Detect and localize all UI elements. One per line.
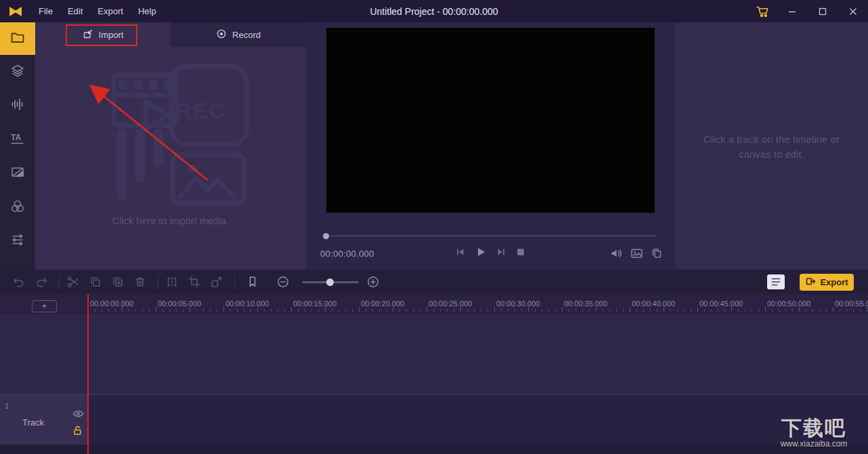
redo-icon[interactable] — [34, 274, 49, 289]
toolbar-separator — [234, 275, 235, 289]
export-button[interactable]: Export — [800, 274, 854, 291]
video-canvas — [326, 28, 655, 213]
timeline: + 00:00:00.000 00:00:05.000 00:00:10.000… — [0, 294, 868, 454]
inspector-panel: Click a track on the timeline or canvas … — [675, 22, 868, 270]
menu-bar: File Edit Export Help — [31, 6, 164, 16]
timeline-ruler[interactable]: + 00:00:00.000 00:00:05.000 00:00:10.000… — [0, 294, 868, 314]
app-window: File Edit Export Help Untitled Project -… — [0, 0, 868, 454]
undo-icon[interactable] — [12, 274, 26, 289]
stop-button[interactable] — [515, 247, 526, 257]
tab-record[interactable]: Record — [171, 22, 306, 47]
visibility-eye-icon[interactable] — [72, 409, 84, 421]
sidebar-item-media[interactable] — [0, 22, 35, 55]
maximize-button[interactable] — [807, 0, 838, 22]
play-button[interactable] — [475, 246, 487, 258]
sidebar-item-layers[interactable] — [0, 55, 35, 89]
timeline-bottom-gap — [0, 445, 868, 454]
sidebar-item-filters[interactable] — [0, 190, 35, 224]
annotation-import-highlight — [66, 24, 137, 46]
close-button[interactable] — [838, 0, 868, 22]
copy-icon[interactable] — [651, 247, 663, 260]
next-frame-button[interactable] — [496, 247, 506, 257]
zoom-out-icon[interactable] — [276, 274, 290, 289]
elements-icon — [10, 233, 25, 249]
shortcut-list-button[interactable] — [767, 274, 785, 289]
current-time: 00:00:00.000 — [320, 249, 374, 259]
import-placeholder-graphic[interactable]: REC — [91, 63, 251, 213]
watermark-url: www.xiazaiba.com — [766, 439, 861, 449]
add-track-button[interactable]: + — [32, 300, 57, 312]
record-icon — [216, 28, 227, 41]
resize-icon[interactable] — [209, 274, 224, 289]
media-panel: Import Record REC — [35, 22, 306, 270]
zoom-slider[interactable] — [302, 277, 359, 287]
crop-icon[interactable] — [187, 274, 202, 289]
seek-bar[interactable] — [324, 233, 655, 239]
app-logo-icon — [0, 6, 31, 17]
scissors-icon[interactable] — [66, 274, 81, 289]
text-icon: TA — [9, 131, 26, 148]
marker-icon[interactable] — [245, 274, 260, 289]
import-placeholder-caption: Click here to import media. — [35, 215, 306, 226]
duplicate-icon[interactable] — [110, 274, 125, 289]
unlock-icon[interactable] — [72, 425, 83, 438]
cart-icon[interactable] — [750, 5, 777, 18]
layers-icon — [10, 64, 25, 81]
track-label: Track — [22, 417, 44, 428]
minimize-button[interactable] — [777, 0, 807, 22]
filter-icon — [10, 199, 25, 216]
menu-help[interactable]: Help — [131, 6, 164, 16]
transition-icon — [10, 165, 25, 182]
copy-clip-icon[interactable] — [88, 274, 103, 289]
window-title: Untitled Project - 00:00:00.000 — [370, 6, 498, 17]
toolbar-separator — [158, 275, 158, 289]
preview-panel: 00:00:00.000 — [306, 22, 675, 270]
volume-icon[interactable] — [610, 247, 623, 260]
timeline-lane-track1[interactable] — [0, 394, 868, 445]
sidebar-item-transitions[interactable] — [0, 157, 35, 190]
svg-text:TA: TA — [11, 133, 21, 142]
sidebar-item-text[interactable]: TA — [0, 123, 35, 157]
menu-file[interactable]: File — [31, 6, 60, 16]
playhead[interactable] — [87, 294, 89, 454]
snapshot-icon[interactable] — [630, 247, 643, 260]
seek-track — [324, 235, 655, 236]
watermark-text: 下载吧 — [766, 416, 861, 440]
zoom-slider-handle[interactable] — [326, 278, 334, 286]
timeline-lane-middle — [0, 354, 868, 394]
menu-edit[interactable]: Edit — [60, 6, 90, 16]
audio-waveform-icon — [10, 98, 25, 114]
sidebar-item-elements[interactable] — [0, 224, 35, 258]
track-number: 1 — [5, 402, 9, 410]
seek-handle[interactable] — [323, 233, 329, 239]
tab-record-label: Record — [232, 30, 261, 40]
sidebar-item-audio[interactable] — [0, 89, 35, 123]
toolbar-separator — [59, 275, 60, 289]
track-header[interactable]: 1 Track — [0, 394, 88, 445]
timeline-toolbar: Export — [0, 270, 868, 294]
export-icon — [805, 276, 816, 289]
titlebar: File Edit Export Help Untitled Project -… — [0, 0, 868, 22]
ruler-ticks-major — [88, 307, 868, 312]
split-icon[interactable] — [165, 274, 179, 289]
svg-text:REC: REC — [175, 98, 227, 123]
menu-export[interactable]: Export — [90, 6, 131, 16]
export-label: Export — [820, 277, 848, 287]
sidebar: TA — [0, 22, 35, 270]
watermark: 下载吧 www.xiazaiba.com — [766, 416, 861, 449]
preview-tools — [610, 247, 663, 260]
timeline-lane-upper — [0, 314, 868, 354]
media-folder-icon — [10, 30, 25, 47]
zoom-in-icon[interactable] — [366, 274, 381, 289]
inspector-hint: Click a track on the timeline or canvas … — [687, 132, 857, 162]
previous-frame-button[interactable] — [455, 247, 466, 257]
delete-icon[interactable] — [133, 274, 148, 289]
